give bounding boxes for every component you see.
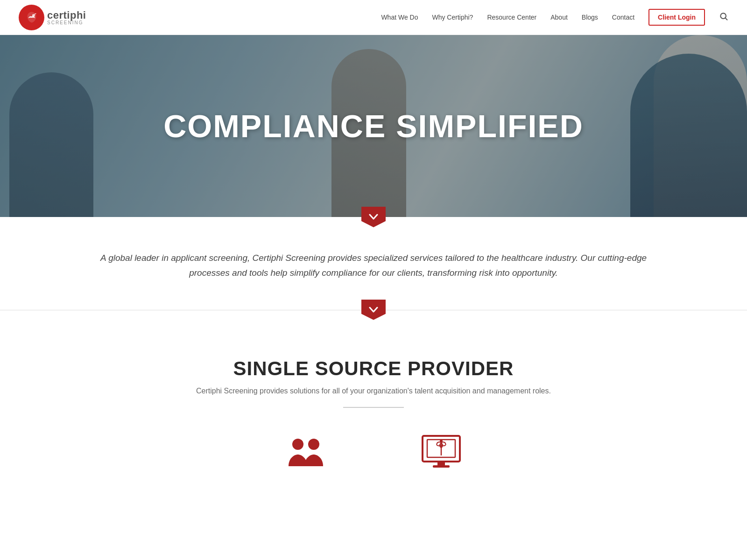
logo-subtext: screening [47,20,86,25]
logo[interactable]: certiphi screening [19,5,86,30]
search-button[interactable] [719,12,728,23]
people-icon-item [285,431,327,473]
svg-point-5 [308,439,319,450]
divider [343,407,404,408]
scroll-down-button-1[interactable] [361,207,386,227]
single-source-subtitle: Certiphi Screening provides solutions fo… [19,387,728,395]
nav-why-certiphi[interactable]: Why Certiphi? [432,14,473,21]
people-group-icon [285,431,327,473]
intro-paragraph: A global leader in applicant screening, … [93,251,654,281]
scroll-down-button-2[interactable] [361,300,386,320]
logo-text: certiphi [47,9,86,21]
nav-contact[interactable]: Contact [612,14,634,21]
hero-content: COMPLIANCE SIMPLIFIED [0,35,747,217]
scroll-arrow-1 [0,207,747,227]
monitor-icon-item [420,431,462,473]
monitor-caduceus-icon [420,431,462,473]
main-nav: What We Do Why Certiphi? Resource Center… [381,9,728,26]
svg-point-11 [440,440,443,442]
single-source-title: SINGLE SOURCE PROVIDER [19,357,728,380]
client-login-button[interactable]: Client Login [648,9,705,26]
search-icon [719,12,728,21]
intro-section: A global leader in applicant screening, … [0,227,747,300]
svg-point-4 [292,439,303,450]
hero-section: COMPLIANCE SIMPLIFIED [0,35,747,217]
nav-about[interactable]: About [550,14,568,21]
hero-title: COMPLIANCE SIMPLIFIED [163,108,584,144]
icons-row [19,431,728,478]
nav-resource-center[interactable]: Resource Center [487,14,536,21]
site-header: certiphi screening What We Do Why Certip… [0,0,747,35]
chevron-down-icon [369,214,378,220]
logo-icon [19,5,44,30]
svg-rect-9 [433,465,450,468]
single-source-section: SINGLE SOURCE PROVIDER Certiphi Screenin… [0,334,747,506]
nav-what-we-do[interactable]: What We Do [381,14,418,21]
scroll-arrow-2 [0,300,747,334]
chevron-down-icon-2 [369,307,378,313]
svg-rect-8 [437,462,445,465]
nav-blogs[interactable]: Blogs [582,14,598,21]
svg-line-3 [726,18,727,20]
